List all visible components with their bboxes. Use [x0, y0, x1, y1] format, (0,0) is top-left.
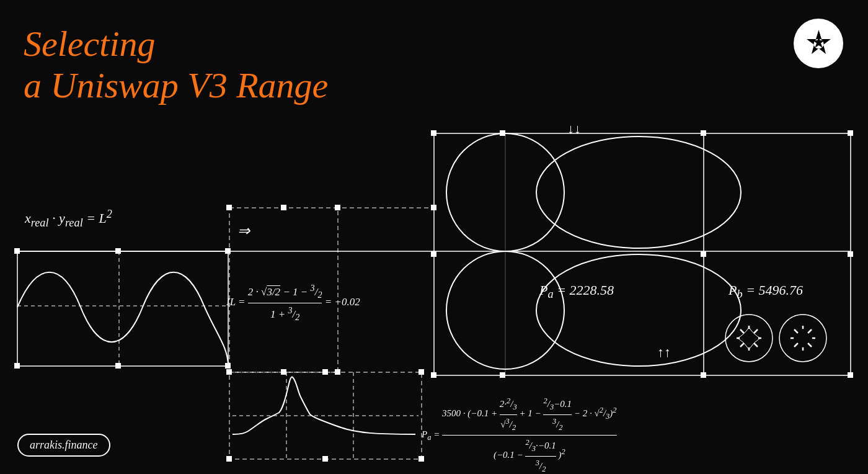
svg-rect-57	[431, 205, 436, 210]
bottom-label[interactable]: arrakis.finance	[17, 434, 110, 457]
svg-rect-23	[500, 372, 505, 378]
svg-rect-46	[226, 369, 232, 375]
formula-pb-value: Pb = 5496.76	[728, 282, 803, 301]
logo-top-right	[794, 19, 843, 68]
svg-rect-19	[431, 372, 436, 378]
svg-rect-15	[281, 205, 286, 210]
arrow-down-label: ↓↓	[567, 121, 581, 137]
formula-xy: xreal · yreal = L2	[25, 208, 112, 230]
svg-rect-18	[431, 130, 436, 136]
formula-pa-large: Pa = 3500 · (−0.1 + 2·2/3 √3/2 + 1 − 2/3…	[422, 396, 617, 474]
formula-il: IL = 2 · √3/2 − 1 − 3/2 1 + 3/2 = −0.02	[226, 282, 360, 324]
svg-rect-2	[14, 248, 20, 254]
arrow-up-label: ↑↑	[657, 344, 671, 360]
svg-rect-4	[225, 248, 231, 254]
svg-rect-1	[17, 251, 228, 366]
svg-rect-11	[226, 205, 232, 210]
svg-rect-47	[226, 456, 232, 462]
double-arrow-right: ⇒	[237, 222, 250, 239]
svg-point-34	[536, 254, 741, 366]
svg-rect-6	[115, 363, 121, 369]
svg-point-33	[536, 136, 741, 248]
svg-rect-3	[14, 363, 20, 369]
formula-pa-value: Pa = 2228.58	[539, 282, 614, 301]
svg-rect-26	[848, 251, 853, 257]
svg-rect-48	[418, 369, 424, 375]
svg-rect-50	[322, 369, 328, 375]
svg-rect-7	[115, 248, 121, 254]
svg-rect-51	[322, 456, 328, 462]
page-title: Selecting a Uniswap V3 Range	[24, 24, 328, 106]
svg-rect-27	[431, 251, 436, 257]
svg-rect-20	[848, 130, 853, 136]
svg-rect-21	[848, 372, 853, 378]
